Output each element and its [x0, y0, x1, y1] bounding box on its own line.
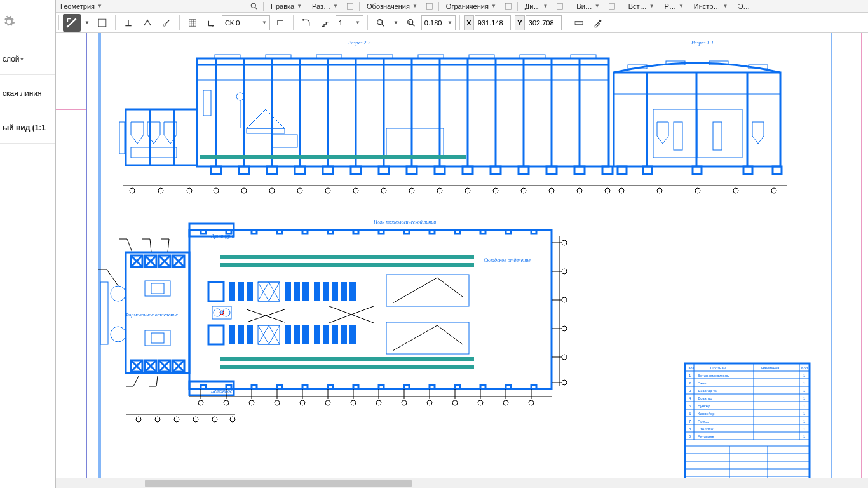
perpendicular-snap-button[interactable] — [119, 14, 137, 32]
svg-text:2: 2 — [689, 381, 691, 385]
svg-point-172 — [452, 400, 458, 405]
layer-selector[interactable]: слой ▼ — [0, 41, 55, 75]
svg-rect-59 — [211, 166, 221, 174]
svg-rect-5 — [557, 3, 563, 9]
search-icon[interactable] — [248, 1, 261, 12]
ortho-button[interactable] — [271, 14, 289, 32]
svg-line-15 — [412, 24, 414, 26]
svg-rect-206 — [247, 282, 253, 301]
menu-geometry[interactable]: Геометрия▼ — [56, 1, 247, 12]
midpoint-snap-button[interactable] — [139, 14, 156, 32]
svg-text:Скип: Скип — [698, 381, 707, 385]
svg-rect-82 — [203, 90, 211, 116]
menu-views[interactable]: Ви…▼ — [572, 1, 604, 12]
linetype-selector[interactable]: ская линия — [0, 75, 55, 109]
drawing-viewport[interactable]: Разрез 2-2 — [56, 33, 868, 488]
svg-rect-231 — [349, 325, 356, 344]
svg-point-188 — [562, 355, 567, 360]
svg-rect-205 — [238, 282, 244, 301]
endpoint-snap-button[interactable] — [158, 14, 175, 32]
svg-text:Обознач.: Обознач. — [710, 366, 727, 370]
svg-point-170 — [427, 400, 432, 405]
svg-point-41 — [605, 188, 610, 193]
room-label-form: Формовочное отделение — [125, 312, 178, 318]
step-value-combo[interactable]: 1▼ — [336, 15, 363, 30]
svg-line-218 — [437, 278, 463, 297]
svg-rect-230 — [341, 325, 347, 344]
step-button[interactable] — [316, 14, 334, 32]
measure-button[interactable] — [570, 14, 588, 32]
svg-rect-141 — [328, 385, 333, 389]
menu-dimensions[interactable]: Раз…▼ — [308, 1, 342, 12]
svg-point-26 — [187, 188, 192, 193]
placeholder-icon[interactable] — [502, 1, 515, 12]
svg-rect-210 — [302, 282, 309, 301]
coord-y-value[interactable]: 302.708 — [526, 15, 562, 30]
zoom-window-button[interactable] — [372, 14, 390, 32]
svg-text:1: 1 — [803, 419, 806, 423]
svg-line-282 — [133, 376, 139, 386]
svg-rect-215 — [349, 282, 356, 301]
svg-rect-92 — [119, 122, 125, 154]
placeholder-icon[interactable] — [344, 1, 356, 12]
svg-point-168 — [402, 400, 407, 405]
coord-system-combo[interactable]: СК 0▼ — [222, 15, 270, 30]
svg-point-39 — [549, 188, 554, 193]
zoom-scale-button[interactable]: 1 — [402, 14, 420, 32]
svg-point-83 — [236, 93, 244, 100]
svg-rect-107 — [743, 166, 752, 174]
tool-button[interactable] — [93, 14, 111, 32]
svg-rect-22 — [86, 33, 99, 488]
svg-rect-147 — [480, 385, 485, 389]
svg-text:1: 1 — [803, 374, 806, 377]
svg-point-154 — [224, 400, 229, 405]
ucs-button[interactable] — [203, 14, 220, 32]
room-label-top: Арматурн. — [210, 233, 234, 239]
placeholder-icon[interactable] — [423, 1, 436, 12]
drawing-canvas[interactable]: Разрез 2-2 — [56, 33, 868, 488]
menubar: Геометрия▼ Правка▼ Раз…▼ Обозначения▼ Ог… — [0, 0, 868, 13]
grid-button[interactable] — [184, 14, 201, 32]
svg-rect-126 — [302, 230, 308, 234]
menu-diagnostics[interactable]: Ди…▼ — [520, 1, 553, 12]
placeholder-icon[interactable] — [553, 1, 566, 12]
svg-rect-268 — [151, 283, 164, 294]
menu-tools[interactable]: Инстр…▼ — [689, 1, 733, 12]
chevron-down-icon[interactable]: ▼ — [82, 20, 92, 25]
svg-rect-67 — [435, 166, 445, 174]
svg-point-198 — [230, 417, 235, 422]
view-selector[interactable]: ый вид (1:1 — [0, 109, 55, 144]
round-button[interactable] — [297, 14, 315, 32]
svg-rect-224 — [285, 325, 291, 344]
annex-building — [119, 109, 197, 165]
svg-line-284 — [156, 376, 158, 386]
svg-point-272 — [111, 327, 126, 342]
svg-text:Наименов.: Наименов. — [761, 366, 780, 370]
gear-icon[interactable] — [3, 15, 15, 28]
svg-point-194 — [155, 417, 160, 422]
svg-point-99 — [771, 188, 776, 193]
horizontal-scrollbar[interactable] — [56, 478, 868, 488]
svg-point-8 — [147, 19, 149, 21]
svg-rect-199 — [220, 255, 474, 259]
chevron-down-icon[interactable]: ▼ — [391, 20, 401, 25]
placeholder-icon[interactable] — [606, 1, 618, 12]
coord-x-value[interactable]: 931.148 — [475, 15, 511, 30]
menu-constraints[interactable]: Ограничения▼ — [442, 1, 501, 12]
svg-rect-104 — [618, 166, 627, 174]
menu-edit[interactable]: Правка▼ — [266, 1, 306, 12]
menu-extras[interactable]: Э… — [733, 1, 754, 12]
svg-rect-19 — [86, 33, 862, 488]
menu-report[interactable]: Р…▼ — [660, 1, 688, 12]
toolbar: ▼ СК 0▼ 1▼ ▼ 1 0.180▼ X 931.148 Y 302.70… — [0, 13, 868, 33]
svg-text:1: 1 — [803, 404, 806, 408]
scrollbar-thumb[interactable] — [145, 480, 412, 487]
zoom-value-combo[interactable]: 0.180▼ — [421, 15, 456, 30]
eyedropper-button[interactable] — [589, 14, 607, 32]
svg-rect-7 — [98, 19, 106, 27]
svg-rect-232 — [386, 322, 469, 354]
menu-designations[interactable]: Обозначения▼ — [362, 1, 422, 12]
auto-line-button[interactable] — [63, 14, 81, 32]
svg-text:1: 1 — [803, 435, 806, 438]
menu-insert[interactable]: Вст…▼ — [624, 1, 659, 12]
